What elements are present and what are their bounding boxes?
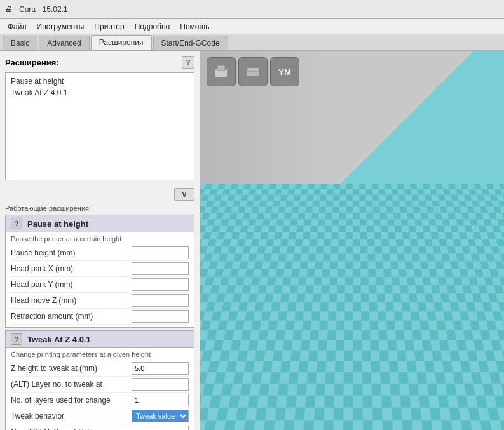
ym-button[interactable]: YM [270, 57, 299, 86]
window-title: Cura - 15.02.1 [19, 5, 68, 14]
param-head-park-x-label: Head park X (mm) [11, 264, 132, 273]
extensions-section: Расширения: ? Pause at height Tweak At Z… [0, 51, 200, 185]
param-head-park-x-input[interactable] [132, 262, 189, 275]
pause-card-body: Pause the printer at a certain height Pa… [6, 232, 194, 327]
view-toolbar: YM [207, 57, 299, 86]
param-total-speed-input[interactable] [132, 426, 189, 430]
pause-card-desc: Pause the printer at a certain height [11, 235, 189, 243]
ym-label: YM [278, 67, 291, 77]
param-z-height: Z height to tweak at (mm) [11, 361, 189, 377]
tab-basic[interactable]: Basic [3, 36, 37, 50]
tweak-card-body: Change printing parameters at a given he… [6, 348, 194, 430]
menu-printer[interactable]: Принтер [89, 21, 129, 32]
tab-rasshireniya[interactable]: Расширения [91, 35, 152, 50]
menu-tools[interactable]: Инструменты [32, 21, 90, 32]
extensions-header: Расширения: ? [5, 56, 194, 69]
ext-card-pause-header: ? Pause at height [6, 215, 194, 232]
ext-list-item-1[interactable]: Tweak At Z 4.0.1 [8, 87, 191, 98]
param-retraction-label: Retraction amount (mm) [11, 312, 132, 321]
menubar: Файл Инструменты Принтер Подробно Помощь [0, 19, 504, 34]
menu-detail[interactable]: Подробно [130, 21, 175, 32]
param-alt-layer-input[interactable] [132, 378, 189, 391]
ext-card-tweak-at-z: ? Tweak At Z 4.0.1 Change printing param… [5, 330, 194, 430]
tab-advanced[interactable]: Advanced [39, 36, 89, 50]
param-head-move-z-label: Head move Z (mm) [11, 296, 132, 305]
ext-list-item-0[interactable]: Pause at height [8, 76, 191, 87]
view-mode-button[interactable] [238, 57, 268, 86]
extensions-list[interactable]: Pause at height Tweak At Z 4.0.1 [5, 72, 194, 180]
right-panel: YM [200, 51, 504, 430]
v-button[interactable]: v [174, 188, 194, 201]
extensions-help-button[interactable]: ? [182, 56, 194, 69]
app-icon: 🖨 [5, 4, 15, 15]
tweak-card-desc: Change printing parameters at a given he… [11, 351, 189, 358]
param-total-speed-label: New TOTAL Speed (%) [11, 427, 132, 430]
param-head-move-z-input[interactable] [132, 294, 189, 307]
checkerboard-floor [200, 184, 504, 430]
menu-help[interactable]: Помощь [175, 21, 214, 32]
param-layers-change-input[interactable] [132, 394, 189, 406]
param-pause-height-label: Pause height (mm) [11, 248, 132, 257]
param-head-park-y-input[interactable] [132, 278, 189, 291]
param-alt-layer: (ALT) Layer no. to tweak at [11, 377, 189, 393]
pause-card-help-button[interactable]: ? [11, 218, 22, 229]
param-total-speed: New TOTAL Speed (%) [11, 424, 189, 430]
svg-rect-1 [217, 65, 225, 71]
tweak-card-title: Tweak At Z 4.0.1 [27, 335, 91, 344]
ext-card-tweak-header: ? Tweak At Z 4.0.1 [6, 331, 194, 348]
pause-card-title: Pause at height [27, 219, 88, 229]
titlebar: 🖨 Cura - 15.02.1 [0, 0, 504, 19]
main-layout: Расширения: ? Pause at height Tweak At Z… [0, 51, 504, 430]
param-head-park-y: Head park Y (mm) [11, 277, 189, 293]
param-head-park-y-label: Head park Y (mm) [11, 280, 132, 289]
param-retraction: Retraction amount (mm) [11, 309, 189, 325]
param-retraction-input[interactable] [132, 310, 189, 323]
view-3d: YM [200, 51, 504, 430]
param-z-height-label: Z height to tweak at (mm) [11, 364, 132, 373]
param-head-park-x: Head park X (mm) [11, 261, 189, 277]
extensions-title: Расширения: [5, 58, 59, 67]
menu-file[interactable]: Файл [3, 21, 32, 32]
active-extensions-label: Работающие расширения [0, 203, 200, 215]
param-pause-height-input[interactable] [132, 246, 189, 259]
ext-card-pause-at-height: ? Pause at height Pause the printer at a… [5, 215, 194, 328]
param-tweak-behavior-select[interactable]: Tweak value and kee Tweak value for sing… [132, 410, 189, 422]
v-button-row: v [0, 185, 200, 203]
ext-config-area[interactable]: ? Pause at height Pause the printer at a… [0, 215, 200, 430]
param-tweak-behavior: Tweak behavior Tweak value and kee Tweak… [11, 408, 189, 424]
param-layers-change: No. of layers used for change [11, 393, 189, 408]
param-pause-height: Pause height (mm) [11, 245, 189, 261]
tab-startend[interactable]: Start/End-GCode [153, 36, 228, 50]
param-alt-layer-label: (ALT) Layer no. to tweak at [11, 380, 132, 389]
tweak-card-help-button[interactable]: ? [11, 333, 22, 345]
param-layers-change-label: No. of layers used for change [11, 396, 132, 405]
param-head-move-z: Head move Z (mm) [11, 293, 189, 309]
left-panel: Расширения: ? Pause at height Tweak At Z… [0, 51, 200, 430]
param-tweak-behavior-label: Tweak behavior [11, 412, 132, 420]
param-z-height-input[interactable] [132, 362, 189, 375]
platform-button[interactable] [207, 57, 236, 86]
tabbar: Basic Advanced Расширения Start/End-GCod… [0, 34, 504, 51]
